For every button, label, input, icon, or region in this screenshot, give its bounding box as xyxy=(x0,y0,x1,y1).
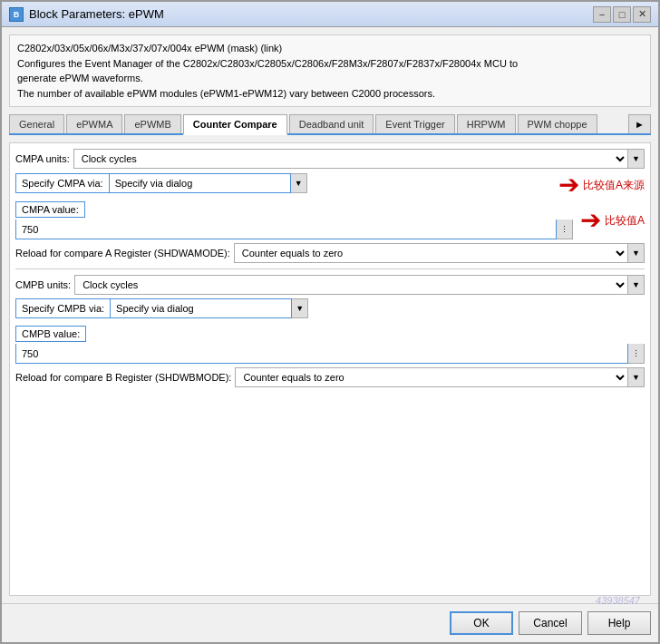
specify-cmpa-block: Specify CMPA via: Specify via dialog ▼ xyxy=(15,173,551,193)
specify-cmpb-block: Specify CMPB via: Specify via dialog ▼ xyxy=(15,298,645,318)
tab-epwmb[interactable]: ePWMB xyxy=(124,114,180,133)
specify-cmpa-label: Specify CMPA via: xyxy=(15,173,110,193)
annotation-source-text: 比较值A来源 xyxy=(583,178,645,193)
specify-cmpa-dropdown-btn[interactable]: ▼ xyxy=(291,173,307,193)
tab-deadband[interactable]: Deadband unit xyxy=(289,114,374,133)
desc-line1-text: C2802x/03x/05x/06x/M3x/37x/07x/004x ePWM… xyxy=(17,43,282,54)
reload-b-label: Reload for compare B Register (SHDWBMODE… xyxy=(15,372,231,383)
tab-epwma[interactable]: ePWMA xyxy=(66,114,122,133)
tab-counter-compare[interactable]: Counter Compare xyxy=(183,114,287,135)
title-buttons: − □ ✕ xyxy=(593,6,651,23)
reload-a-select[interactable]: Counter equals to zero xyxy=(234,243,628,263)
desc-line4: The number of available ePWM modules (eP… xyxy=(17,86,643,102)
ok-button[interactable]: OK xyxy=(450,611,513,635)
annotation-value: ➔ 比较值A xyxy=(580,208,645,233)
cmpb-units-row: CMPB units: Clock cycles ▼ xyxy=(15,275,645,295)
reload-b-row: Reload for compare B Register (SHDWBMODE… xyxy=(15,367,645,387)
specify-cmpb-value: Specify via dialog xyxy=(111,298,292,318)
reload-a-row: Reload for compare A Register (SHDWAMODE… xyxy=(15,243,645,263)
section-divider-1 xyxy=(15,268,645,269)
desc-line1: C2802x/03x/05x/06x/M3x/37x/07x/004x ePWM… xyxy=(17,41,643,56)
red-arrow-value-icon: ➔ xyxy=(580,208,601,233)
cmpb-value-input[interactable] xyxy=(15,344,628,364)
window-title: Block Parameters: ePWM xyxy=(29,7,164,21)
reload-a-dropdown-btn[interactable]: ▼ xyxy=(628,243,645,263)
specify-cmpa-value: Specify via dialog xyxy=(110,173,291,193)
specify-cmpb-dropdown-btn[interactable]: ▼ xyxy=(292,298,308,318)
red-arrow-source-icon: ➔ xyxy=(558,172,579,198)
cmpa-value-col: CMPA value: ⋮ xyxy=(15,201,573,239)
cmpa-value-btn[interactable]: ⋮ xyxy=(557,220,573,239)
cmpb-value-input-row: ⋮ xyxy=(15,344,645,364)
reload-b-dropdown-btn[interactable]: ▼ xyxy=(628,367,645,387)
cmpa-units-label: CMPA units: xyxy=(15,153,70,164)
cmpb-units-label: CMPB units: xyxy=(15,279,71,290)
desc-line2: Configures the Event Manager of the C280… xyxy=(17,56,643,72)
tab-event-trigger[interactable]: Event Trigger xyxy=(375,114,454,133)
desc-line2-text: Configures the Event Manager of the C280… xyxy=(17,58,518,69)
main-window: B Block Parameters: ePWM − □ ✕ C2802x/03… xyxy=(0,0,660,644)
specify-cmpb-wrapper: Specify CMPB via: Specify via dialog ▼ xyxy=(15,298,645,322)
tabs-bar: General ePWMA ePWMB Counter Compare Dead… xyxy=(9,114,651,135)
minimize-button[interactable]: − xyxy=(593,6,611,23)
maximize-button[interactable]: □ xyxy=(613,6,631,23)
content-area: C2802x/03x/05x/06x/M3x/37x/07x/004x ePWM… xyxy=(2,27,658,603)
tab-more-button[interactable]: ► xyxy=(628,114,651,133)
cmpb-units-select[interactable]: Clock cycles xyxy=(74,275,628,295)
help-button[interactable]: Help xyxy=(587,611,651,635)
cmpa-value-input[interactable] xyxy=(15,220,557,239)
tab-pwm-choppe[interactable]: PWM choppe xyxy=(518,114,597,133)
reload-a-label: Reload for compare A Register (SHDWAMODE… xyxy=(15,248,230,259)
close-button[interactable]: ✕ xyxy=(633,6,651,23)
cmpb-value-btn[interactable]: ⋮ xyxy=(628,344,645,364)
specify-cmpa-wrapper: Specify CMPA via: Specify via dialog ▼ ➔… xyxy=(15,172,645,198)
desc-line4-text: The number of available ePWM modules (eP… xyxy=(17,88,435,99)
form-area: CMPA units: Clock cycles ▼ Specify CMPA … xyxy=(9,142,651,596)
cmpb-value-label: CMPB value: xyxy=(15,326,86,342)
cmpa-units-row: CMPA units: Clock cycles ▼ xyxy=(15,149,645,169)
cmpb-value-wrapper: CMPB value: ⋮ xyxy=(15,326,645,364)
cmpa-value-label: CMPA value: xyxy=(15,201,85,218)
cmpb-value-col: CMPB value: ⋮ xyxy=(15,326,645,364)
annotation-value-text: 比较值A xyxy=(605,213,645,229)
annotation-source: ➔ 比较值A来源 xyxy=(558,172,645,198)
cmpa-value-row-inner: CMPA value: ⋮ ➔ 比较值A xyxy=(15,201,645,239)
footer: OK Cancel Help xyxy=(2,603,658,642)
cmpa-value-input-row: ⋮ xyxy=(15,220,573,239)
desc-line3-text: generate ePWM waveforms. xyxy=(17,73,143,83)
title-bar: B Block Parameters: ePWM − □ ✕ xyxy=(2,2,658,27)
tab-hrpwm[interactable]: HRPWM xyxy=(457,114,516,133)
cmpb-units-dropdown-btn[interactable]: ▼ xyxy=(628,275,645,295)
window-icon: B xyxy=(9,7,24,22)
desc-line3: generate ePWM waveforms. xyxy=(17,71,643,86)
reload-b-select[interactable]: Counter equals to zero xyxy=(235,367,628,387)
title-bar-left: B Block Parameters: ePWM xyxy=(9,7,164,22)
cmpa-units-select[interactable]: Clock cycles xyxy=(73,149,628,169)
cmpa-value-block: CMPA value: ⋮ xyxy=(15,201,573,239)
cancel-button[interactable]: Cancel xyxy=(519,611,582,635)
cmpa-value-wrapper: CMPA value: ⋮ ➔ 比较值A xyxy=(15,201,645,239)
description-box: C2802x/03x/05x/06x/M3x/37x/07x/004x ePWM… xyxy=(9,34,651,107)
cmpa-value-block-inner: CMPA value: ⋮ xyxy=(15,201,573,239)
tab-general[interactable]: General xyxy=(9,114,64,133)
cmpa-units-dropdown-btn[interactable]: ▼ xyxy=(628,149,645,169)
specify-cmpb-label: Specify CMPB via: xyxy=(15,298,111,318)
